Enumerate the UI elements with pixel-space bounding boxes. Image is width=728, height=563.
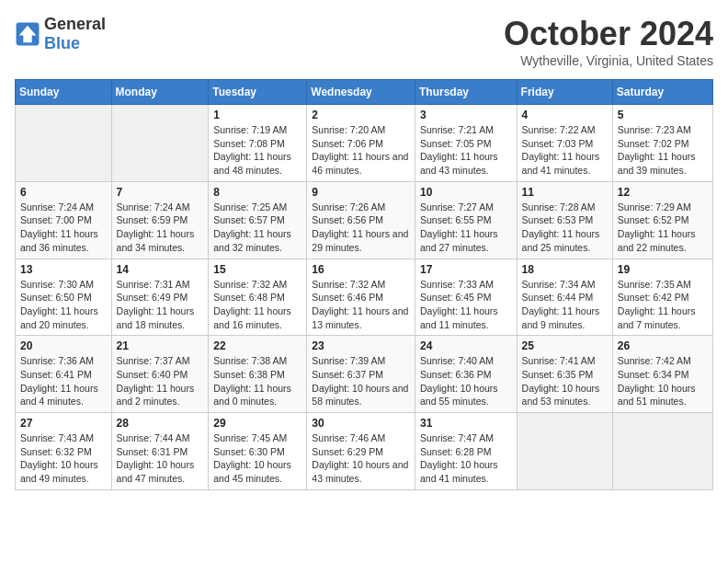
calendar-cell: 28Sunrise: 7:44 AMSunset: 6:31 PMDayligh… xyxy=(111,413,209,490)
column-header-thursday: Thursday xyxy=(415,80,517,105)
day-info: Sunrise: 7:40 AMSunset: 6:36 PMDaylight:… xyxy=(420,354,512,408)
day-number: 10 xyxy=(420,186,512,199)
calendar-cell: 22Sunrise: 7:38 AMSunset: 6:38 PMDayligh… xyxy=(209,336,307,413)
day-info: Sunrise: 7:34 AMSunset: 6:44 PMDaylight:… xyxy=(522,278,608,332)
day-number: 27 xyxy=(20,417,107,430)
calendar-cell: 1Sunrise: 7:19 AMSunset: 7:08 PMDaylight… xyxy=(209,105,307,182)
day-number: 30 xyxy=(312,417,410,430)
column-header-saturday: Saturday xyxy=(612,80,712,105)
page-header: General Blue October 2024 Wytheville, Vi… xyxy=(15,15,713,68)
day-number: 11 xyxy=(522,186,608,199)
calendar-cell: 18Sunrise: 7:34 AMSunset: 6:44 PMDayligh… xyxy=(517,259,612,336)
day-number: 25 xyxy=(522,339,608,352)
calendar-cell: 13Sunrise: 7:30 AMSunset: 6:50 PMDayligh… xyxy=(16,259,112,336)
day-number: 1 xyxy=(213,109,301,121)
day-number: 2 xyxy=(312,109,410,121)
day-number: 4 xyxy=(522,109,608,121)
day-number: 8 xyxy=(213,186,301,199)
day-number: 15 xyxy=(213,263,301,276)
calendar-subtitle: Wytheville, Virginia, United States xyxy=(504,53,713,68)
calendar-cell: 26Sunrise: 7:42 AMSunset: 6:34 PMDayligh… xyxy=(612,336,712,413)
day-info: Sunrise: 7:47 AMSunset: 6:28 PMDaylight:… xyxy=(420,431,512,486)
day-number: 19 xyxy=(618,263,708,276)
day-number: 12 xyxy=(618,186,708,199)
day-number: 21 xyxy=(117,339,204,352)
day-number: 17 xyxy=(420,263,512,276)
calendar-cell: 24Sunrise: 7:40 AMSunset: 6:36 PMDayligh… xyxy=(415,336,517,413)
calendar-week-row: 27Sunrise: 7:43 AMSunset: 6:32 PMDayligh… xyxy=(16,413,713,490)
calendar-cell: 25Sunrise: 7:41 AMSunset: 6:35 PMDayligh… xyxy=(517,336,612,413)
day-number: 3 xyxy=(420,109,512,121)
day-info: Sunrise: 7:32 AMSunset: 6:46 PMDaylight:… xyxy=(312,278,410,332)
day-info: Sunrise: 7:25 AMSunset: 6:57 PMDaylight:… xyxy=(213,201,301,255)
day-info: Sunrise: 7:22 AMSunset: 7:03 PMDaylight:… xyxy=(522,123,608,178)
day-info: Sunrise: 7:21 AMSunset: 7:05 PMDaylight:… xyxy=(420,123,512,178)
day-info: Sunrise: 7:19 AMSunset: 7:08 PMDaylight:… xyxy=(213,123,301,178)
day-number: 13 xyxy=(20,263,107,276)
logo-text: General Blue xyxy=(44,15,106,53)
day-info: Sunrise: 7:33 AMSunset: 6:45 PMDaylight:… xyxy=(420,278,512,332)
calendar-cell: 7Sunrise: 7:24 AMSunset: 6:59 PMDaylight… xyxy=(111,181,209,259)
column-header-monday: Monday xyxy=(111,80,209,105)
calendar-title: October 2024 xyxy=(504,15,713,53)
calendar-cell xyxy=(16,105,112,182)
calendar-cell: 5Sunrise: 7:23 AMSunset: 7:02 PMDaylight… xyxy=(612,105,712,182)
calendar-header-row: SundayMondayTuesdayWednesdayThursdayFrid… xyxy=(16,80,713,105)
day-info: Sunrise: 7:27 AMSunset: 6:55 PMDaylight:… xyxy=(420,201,512,255)
day-number: 6 xyxy=(20,186,107,199)
day-info: Sunrise: 7:39 AMSunset: 6:37 PMDaylight:… xyxy=(312,354,410,408)
day-info: Sunrise: 7:46 AMSunset: 6:29 PMDaylight:… xyxy=(312,431,410,486)
calendar-cell: 20Sunrise: 7:36 AMSunset: 6:41 PMDayligh… xyxy=(16,336,112,413)
day-info: Sunrise: 7:42 AMSunset: 6:34 PMDaylight:… xyxy=(618,354,708,408)
calendar-week-row: 6Sunrise: 7:24 AMSunset: 7:00 PMDaylight… xyxy=(16,181,713,259)
day-number: 5 xyxy=(618,109,708,121)
calendar-cell: 21Sunrise: 7:37 AMSunset: 6:40 PMDayligh… xyxy=(111,336,209,413)
day-number: 29 xyxy=(213,417,301,430)
day-info: Sunrise: 7:20 AMSunset: 7:06 PMDaylight:… xyxy=(312,123,410,178)
column-header-tuesday: Tuesday xyxy=(209,80,307,105)
calendar-week-row: 1Sunrise: 7:19 AMSunset: 7:08 PMDaylight… xyxy=(16,105,713,182)
day-number: 14 xyxy=(117,263,204,276)
column-header-wednesday: Wednesday xyxy=(307,80,415,105)
day-info: Sunrise: 7:37 AMSunset: 6:40 PMDaylight:… xyxy=(117,354,204,408)
day-info: Sunrise: 7:36 AMSunset: 6:41 PMDaylight:… xyxy=(20,354,107,408)
calendar-cell: 4Sunrise: 7:22 AMSunset: 7:03 PMDaylight… xyxy=(517,105,612,182)
day-number: 9 xyxy=(312,186,410,199)
day-info: Sunrise: 7:29 AMSunset: 6:52 PMDaylight:… xyxy=(618,201,708,255)
calendar-cell: 10Sunrise: 7:27 AMSunset: 6:55 PMDayligh… xyxy=(415,181,517,259)
day-info: Sunrise: 7:43 AMSunset: 6:32 PMDaylight:… xyxy=(20,431,107,486)
calendar-cell: 30Sunrise: 7:46 AMSunset: 6:29 PMDayligh… xyxy=(307,413,415,490)
calendar-cell: 15Sunrise: 7:32 AMSunset: 6:48 PMDayligh… xyxy=(209,259,307,336)
calendar-table: SundayMondayTuesdayWednesdayThursdayFrid… xyxy=(15,79,713,490)
day-info: Sunrise: 7:38 AMSunset: 6:38 PMDaylight:… xyxy=(213,354,301,408)
calendar-cell xyxy=(111,105,209,182)
day-info: Sunrise: 7:23 AMSunset: 7:02 PMDaylight:… xyxy=(618,123,708,178)
day-info: Sunrise: 7:30 AMSunset: 6:50 PMDaylight:… xyxy=(20,278,107,332)
day-number: 26 xyxy=(618,339,708,352)
calendar-week-row: 20Sunrise: 7:36 AMSunset: 6:41 PMDayligh… xyxy=(16,336,713,413)
calendar-cell xyxy=(612,413,712,490)
day-info: Sunrise: 7:31 AMSunset: 6:49 PMDaylight:… xyxy=(117,278,204,332)
logo: General Blue xyxy=(15,15,106,53)
day-info: Sunrise: 7:41 AMSunset: 6:35 PMDaylight:… xyxy=(522,354,608,408)
day-number: 7 xyxy=(117,186,204,199)
day-number: 22 xyxy=(213,339,301,352)
calendar-cell: 11Sunrise: 7:28 AMSunset: 6:53 PMDayligh… xyxy=(517,181,612,259)
day-info: Sunrise: 7:44 AMSunset: 6:31 PMDaylight:… xyxy=(117,431,204,486)
calendar-cell: 17Sunrise: 7:33 AMSunset: 6:45 PMDayligh… xyxy=(415,259,517,336)
calendar-cell: 3Sunrise: 7:21 AMSunset: 7:05 PMDaylight… xyxy=(415,105,517,182)
calendar-week-row: 13Sunrise: 7:30 AMSunset: 6:50 PMDayligh… xyxy=(16,259,713,336)
day-info: Sunrise: 7:35 AMSunset: 6:42 PMDaylight:… xyxy=(618,278,708,332)
title-block: October 2024 Wytheville, Virginia, Unite… xyxy=(504,15,713,68)
calendar-cell: 12Sunrise: 7:29 AMSunset: 6:52 PMDayligh… xyxy=(612,181,712,259)
day-info: Sunrise: 7:28 AMSunset: 6:53 PMDaylight:… xyxy=(522,201,608,255)
column-header-friday: Friday xyxy=(517,80,612,105)
calendar-cell: 2Sunrise: 7:20 AMSunset: 7:06 PMDaylight… xyxy=(307,105,415,182)
day-info: Sunrise: 7:24 AMSunset: 7:00 PMDaylight:… xyxy=(20,201,107,255)
day-number: 16 xyxy=(312,263,410,276)
logo-blue: Blue xyxy=(44,34,80,52)
column-header-sunday: Sunday xyxy=(16,80,112,105)
day-number: 24 xyxy=(420,339,512,352)
day-number: 23 xyxy=(312,339,410,352)
day-info: Sunrise: 7:32 AMSunset: 6:48 PMDaylight:… xyxy=(213,278,301,332)
